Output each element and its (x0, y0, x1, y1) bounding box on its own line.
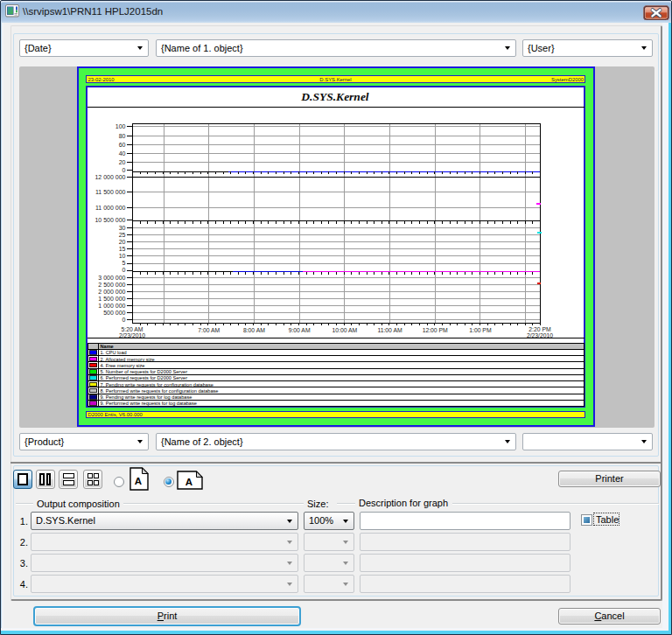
svg-text:5. Number of requests for D200: 5. Number of requests for D2000 Server (101, 369, 188, 374)
svg-text:11:00 AM: 11:00 AM (377, 327, 402, 333)
svg-text:7. Pending write requests for: 7. Pending write requests for configurat… (101, 382, 214, 387)
svg-text:10 500 000: 10 500 000 (94, 217, 125, 223)
svg-text:4. Free memory size: 4. Free memory size (101, 363, 145, 368)
svg-text:7:00 AM: 7:00 AM (198, 327, 220, 333)
svg-text:9:00 AM: 9:00 AM (289, 327, 311, 333)
svg-text:D2000 Entis, V6.00.000: D2000 Entis, V6.00.000 (88, 412, 144, 417)
svg-text:D.SYS.Kernel: D.SYS.Kernel (300, 90, 369, 103)
svg-text:5:20 AM: 5:20 AM (122, 326, 144, 332)
svg-text:60: 60 (119, 142, 126, 148)
svg-text:20: 20 (119, 159, 126, 165)
svg-text:11 500 000: 11 500 000 (95, 189, 126, 195)
svg-text:0: 0 (122, 167, 126, 173)
svg-text:0: 0 (122, 267, 126, 273)
svg-text:80: 80 (119, 133, 126, 139)
svg-text:500 000: 500 000 (103, 310, 125, 316)
svg-text:Name: Name (101, 344, 114, 349)
svg-text:30: 30 (119, 225, 126, 231)
svg-text:2 500 000: 2 500 000 (98, 282, 125, 288)
svg-text:0: 0 (122, 317, 126, 323)
svg-text:10: 10 (119, 253, 126, 259)
svg-text:2 000 000: 2 000 000 (98, 289, 125, 295)
svg-text:8. Performed write requests fo: 8. Performed write requests for configur… (101, 388, 219, 394)
svg-text:9. Performed write requests fo: 9. Performed write requests for log data… (101, 401, 197, 406)
svg-text:1 000 000: 1 000 000 (98, 303, 125, 309)
svg-text:3 000 000: 3 000 000 (98, 275, 125, 281)
svg-text:2:20 PM: 2:20 PM (528, 326, 551, 332)
svg-text:12:00 PM: 12:00 PM (423, 327, 448, 333)
svg-text:25: 25 (119, 232, 126, 238)
svg-text:1 500 000: 1 500 000 (98, 296, 125, 302)
svg-text:9. Pending write requests for: 9. Pending write requests for log databa… (101, 394, 192, 400)
svg-text:6. Performed requests for D200: 6. Performed requests for D2000 Server (101, 375, 188, 380)
svg-text:8:00 AM: 8:00 AM (243, 327, 265, 333)
svg-text:40: 40 (119, 150, 126, 157)
svg-text:1:00 PM: 1:00 PM (469, 327, 492, 333)
svg-text:A: A (186, 477, 192, 487)
svg-text:A: A (135, 476, 142, 486)
svg-text:2/23/2010: 2/23/2010 (527, 332, 553, 338)
svg-text:12 000 000: 12 000 000 (94, 174, 125, 180)
svg-text:15: 15 (119, 246, 126, 252)
svg-text:2/23/2010: 2/23/2010 (119, 332, 145, 338)
svg-text:1. CPU load: 1. CPU load (101, 350, 127, 355)
svg-text:20: 20 (119, 239, 126, 245)
svg-text:10:00 AM: 10:00 AM (332, 327, 357, 333)
svg-text:11 000 000: 11 000 000 (95, 205, 126, 211)
svg-text:2. Allocated memory size: 2. Allocated memory size (101, 357, 155, 362)
svg-text:100: 100 (116, 123, 126, 129)
svg-text:5: 5 (122, 260, 126, 266)
